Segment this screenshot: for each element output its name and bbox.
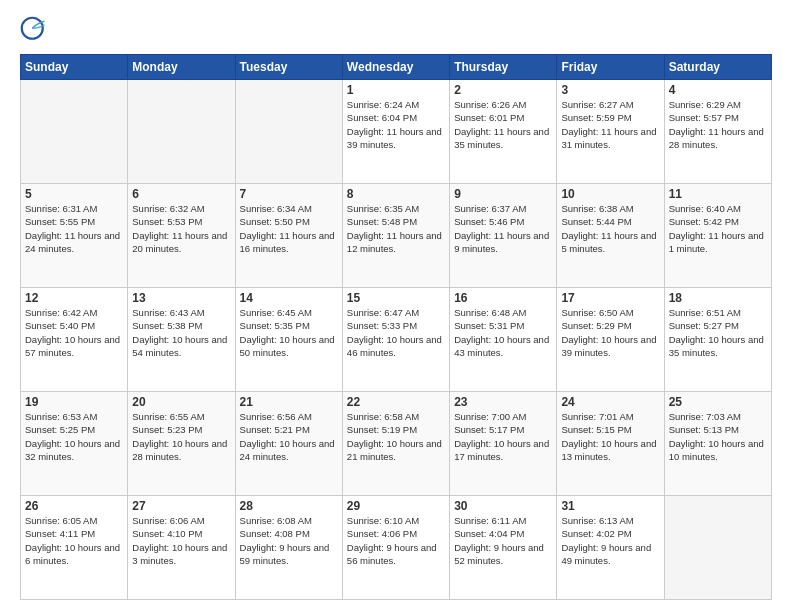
calendar-cell: 5Sunrise: 6:31 AMSunset: 5:55 PMDaylight… bbox=[21, 184, 128, 288]
calendar-cell: 18Sunrise: 6:51 AMSunset: 5:27 PMDayligh… bbox=[664, 288, 771, 392]
day-number: 18 bbox=[669, 291, 767, 305]
logo bbox=[20, 16, 52, 44]
day-number: 12 bbox=[25, 291, 123, 305]
calendar-cell: 15Sunrise: 6:47 AMSunset: 5:33 PMDayligh… bbox=[342, 288, 449, 392]
day-info: Sunrise: 6:53 AMSunset: 5:25 PMDaylight:… bbox=[25, 410, 123, 463]
day-info: Sunrise: 6:13 AMSunset: 4:02 PMDaylight:… bbox=[561, 514, 659, 567]
day-number: 25 bbox=[669, 395, 767, 409]
logo-icon bbox=[20, 16, 48, 44]
day-number: 3 bbox=[561, 83, 659, 97]
calendar-cell: 26Sunrise: 6:05 AMSunset: 4:11 PMDayligh… bbox=[21, 496, 128, 600]
day-number: 11 bbox=[669, 187, 767, 201]
calendar-cell: 14Sunrise: 6:45 AMSunset: 5:35 PMDayligh… bbox=[235, 288, 342, 392]
day-info: Sunrise: 6:24 AMSunset: 6:04 PMDaylight:… bbox=[347, 98, 445, 151]
week-row-3: 12Sunrise: 6:42 AMSunset: 5:40 PMDayligh… bbox=[21, 288, 772, 392]
day-info: Sunrise: 6:08 AMSunset: 4:08 PMDaylight:… bbox=[240, 514, 338, 567]
day-info: Sunrise: 6:38 AMSunset: 5:44 PMDaylight:… bbox=[561, 202, 659, 255]
calendar-cell: 1Sunrise: 6:24 AMSunset: 6:04 PMDaylight… bbox=[342, 80, 449, 184]
header bbox=[20, 16, 772, 44]
day-number: 24 bbox=[561, 395, 659, 409]
week-row-2: 5Sunrise: 6:31 AMSunset: 5:55 PMDaylight… bbox=[21, 184, 772, 288]
day-number: 9 bbox=[454, 187, 552, 201]
page: SundayMondayTuesdayWednesdayThursdayFrid… bbox=[0, 0, 792, 612]
day-number: 2 bbox=[454, 83, 552, 97]
day-number: 21 bbox=[240, 395, 338, 409]
day-number: 23 bbox=[454, 395, 552, 409]
day-info: Sunrise: 6:32 AMSunset: 5:53 PMDaylight:… bbox=[132, 202, 230, 255]
calendar-cell: 19Sunrise: 6:53 AMSunset: 5:25 PMDayligh… bbox=[21, 392, 128, 496]
day-info: Sunrise: 6:43 AMSunset: 5:38 PMDaylight:… bbox=[132, 306, 230, 359]
calendar-cell bbox=[664, 496, 771, 600]
day-number: 13 bbox=[132, 291, 230, 305]
day-number: 30 bbox=[454, 499, 552, 513]
day-number: 8 bbox=[347, 187, 445, 201]
day-number: 5 bbox=[25, 187, 123, 201]
day-info: Sunrise: 6:11 AMSunset: 4:04 PMDaylight:… bbox=[454, 514, 552, 567]
day-info: Sunrise: 6:56 AMSunset: 5:21 PMDaylight:… bbox=[240, 410, 338, 463]
calendar-cell: 23Sunrise: 7:00 AMSunset: 5:17 PMDayligh… bbox=[450, 392, 557, 496]
day-number: 7 bbox=[240, 187, 338, 201]
day-info: Sunrise: 7:03 AMSunset: 5:13 PMDaylight:… bbox=[669, 410, 767, 463]
week-row-5: 26Sunrise: 6:05 AMSunset: 4:11 PMDayligh… bbox=[21, 496, 772, 600]
day-number: 28 bbox=[240, 499, 338, 513]
day-number: 22 bbox=[347, 395, 445, 409]
day-number: 26 bbox=[25, 499, 123, 513]
day-info: Sunrise: 6:40 AMSunset: 5:42 PMDaylight:… bbox=[669, 202, 767, 255]
calendar-cell bbox=[21, 80, 128, 184]
day-info: Sunrise: 6:58 AMSunset: 5:19 PMDaylight:… bbox=[347, 410, 445, 463]
day-number: 6 bbox=[132, 187, 230, 201]
day-number: 4 bbox=[669, 83, 767, 97]
day-info: Sunrise: 7:00 AMSunset: 5:17 PMDaylight:… bbox=[454, 410, 552, 463]
calendar-cell: 6Sunrise: 6:32 AMSunset: 5:53 PMDaylight… bbox=[128, 184, 235, 288]
day-info: Sunrise: 6:10 AMSunset: 4:06 PMDaylight:… bbox=[347, 514, 445, 567]
weekday-header-sunday: Sunday bbox=[21, 55, 128, 80]
calendar-cell bbox=[235, 80, 342, 184]
calendar-cell: 25Sunrise: 7:03 AMSunset: 5:13 PMDayligh… bbox=[664, 392, 771, 496]
day-number: 31 bbox=[561, 499, 659, 513]
weekday-header-monday: Monday bbox=[128, 55, 235, 80]
day-info: Sunrise: 6:51 AMSunset: 5:27 PMDaylight:… bbox=[669, 306, 767, 359]
calendar-cell: 20Sunrise: 6:55 AMSunset: 5:23 PMDayligh… bbox=[128, 392, 235, 496]
calendar-cell: 22Sunrise: 6:58 AMSunset: 5:19 PMDayligh… bbox=[342, 392, 449, 496]
calendar-cell bbox=[128, 80, 235, 184]
calendar-cell: 8Sunrise: 6:35 AMSunset: 5:48 PMDaylight… bbox=[342, 184, 449, 288]
day-info: Sunrise: 6:31 AMSunset: 5:55 PMDaylight:… bbox=[25, 202, 123, 255]
calendar-table: SundayMondayTuesdayWednesdayThursdayFrid… bbox=[20, 54, 772, 600]
day-info: Sunrise: 6:47 AMSunset: 5:33 PMDaylight:… bbox=[347, 306, 445, 359]
day-number: 20 bbox=[132, 395, 230, 409]
weekday-header-saturday: Saturday bbox=[664, 55, 771, 80]
day-info: Sunrise: 6:37 AMSunset: 5:46 PMDaylight:… bbox=[454, 202, 552, 255]
day-number: 14 bbox=[240, 291, 338, 305]
day-number: 10 bbox=[561, 187, 659, 201]
calendar-cell: 13Sunrise: 6:43 AMSunset: 5:38 PMDayligh… bbox=[128, 288, 235, 392]
calendar-cell: 12Sunrise: 6:42 AMSunset: 5:40 PMDayligh… bbox=[21, 288, 128, 392]
weekday-header-thursday: Thursday bbox=[450, 55, 557, 80]
day-number: 16 bbox=[454, 291, 552, 305]
day-info: Sunrise: 6:34 AMSunset: 5:50 PMDaylight:… bbox=[240, 202, 338, 255]
day-info: Sunrise: 6:27 AMSunset: 5:59 PMDaylight:… bbox=[561, 98, 659, 151]
day-info: Sunrise: 6:48 AMSunset: 5:31 PMDaylight:… bbox=[454, 306, 552, 359]
day-number: 17 bbox=[561, 291, 659, 305]
weekday-header-row: SundayMondayTuesdayWednesdayThursdayFrid… bbox=[21, 55, 772, 80]
calendar-cell: 30Sunrise: 6:11 AMSunset: 4:04 PMDayligh… bbox=[450, 496, 557, 600]
calendar-cell: 31Sunrise: 6:13 AMSunset: 4:02 PMDayligh… bbox=[557, 496, 664, 600]
day-info: Sunrise: 6:05 AMSunset: 4:11 PMDaylight:… bbox=[25, 514, 123, 567]
calendar-cell: 4Sunrise: 6:29 AMSunset: 5:57 PMDaylight… bbox=[664, 80, 771, 184]
calendar-cell: 11Sunrise: 6:40 AMSunset: 5:42 PMDayligh… bbox=[664, 184, 771, 288]
day-info: Sunrise: 6:45 AMSunset: 5:35 PMDaylight:… bbox=[240, 306, 338, 359]
day-info: Sunrise: 6:42 AMSunset: 5:40 PMDaylight:… bbox=[25, 306, 123, 359]
weekday-header-friday: Friday bbox=[557, 55, 664, 80]
week-row-1: 1Sunrise: 6:24 AMSunset: 6:04 PMDaylight… bbox=[21, 80, 772, 184]
day-info: Sunrise: 6:26 AMSunset: 6:01 PMDaylight:… bbox=[454, 98, 552, 151]
day-number: 27 bbox=[132, 499, 230, 513]
day-number: 29 bbox=[347, 499, 445, 513]
day-info: Sunrise: 6:29 AMSunset: 5:57 PMDaylight:… bbox=[669, 98, 767, 151]
day-info: Sunrise: 6:35 AMSunset: 5:48 PMDaylight:… bbox=[347, 202, 445, 255]
calendar-cell: 3Sunrise: 6:27 AMSunset: 5:59 PMDaylight… bbox=[557, 80, 664, 184]
calendar-cell: 16Sunrise: 6:48 AMSunset: 5:31 PMDayligh… bbox=[450, 288, 557, 392]
calendar-cell: 28Sunrise: 6:08 AMSunset: 4:08 PMDayligh… bbox=[235, 496, 342, 600]
calendar-cell: 24Sunrise: 7:01 AMSunset: 5:15 PMDayligh… bbox=[557, 392, 664, 496]
day-info: Sunrise: 6:50 AMSunset: 5:29 PMDaylight:… bbox=[561, 306, 659, 359]
calendar-cell: 27Sunrise: 6:06 AMSunset: 4:10 PMDayligh… bbox=[128, 496, 235, 600]
calendar-cell: 17Sunrise: 6:50 AMSunset: 5:29 PMDayligh… bbox=[557, 288, 664, 392]
